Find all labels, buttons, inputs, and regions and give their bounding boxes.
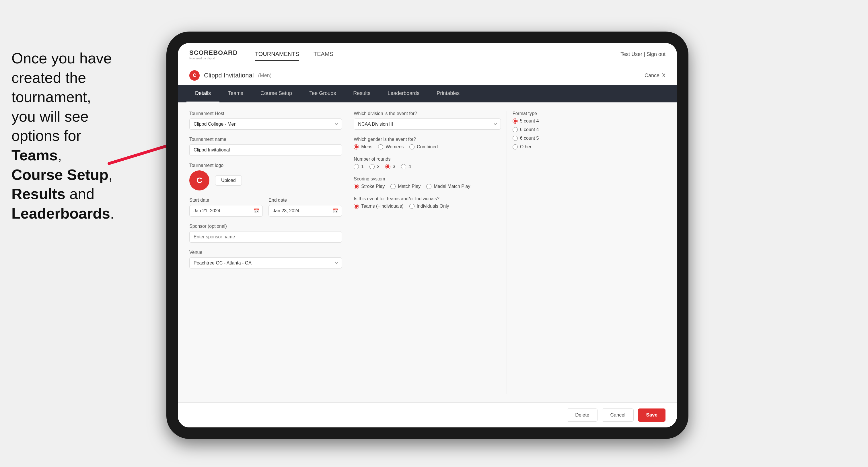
breadcrumb-row: C Clippd Invitational (Men) Cancel X [178, 66, 677, 85]
gender-combined[interactable]: Combined [409, 144, 438, 150]
gender-mens-label: Mens [361, 144, 372, 150]
delete-button[interactable]: Delete [567, 408, 597, 422]
rounds-2-label: 2 [377, 164, 379, 169]
rounds-3[interactable]: 3 [385, 164, 395, 169]
format-other[interactable]: Other [513, 144, 665, 150]
end-date-input[interactable] [269, 205, 342, 217]
scoring-match-play[interactable]: Match Play [391, 184, 421, 189]
cancel-button[interactable]: Cancel [602, 408, 633, 422]
rounds-1-radio[interactable] [354, 164, 359, 169]
tournament-name-input[interactable] [189, 144, 342, 156]
individuals-only-radio[interactable] [409, 204, 414, 209]
sponsor-input[interactable] [189, 231, 342, 243]
scoring-match-play-radio[interactable] [391, 184, 396, 189]
nav-teams[interactable]: TEAMS [313, 48, 333, 61]
format-6count5[interactable]: 6 count 5 [513, 136, 665, 141]
gender-mens-radio[interactable] [354, 144, 359, 150]
tab-results[interactable]: Results [344, 85, 379, 102]
bold-teams: Teams [11, 147, 58, 163]
scoring-group: Scoring system Stroke Play Match Play [354, 177, 500, 189]
action-bar: Delete Cancel Save [178, 402, 677, 428]
logo-text: SCOREBOARD [189, 49, 238, 57]
format-5count4-radio[interactable] [513, 119, 518, 124]
format-6count4-label: 6 count 4 [520, 127, 539, 132]
rounds-1-label: 1 [361, 164, 364, 169]
end-date-label: End date [269, 198, 342, 203]
gender-womens[interactable]: Womens [378, 144, 404, 150]
tournament-name-label: Tournament name [189, 137, 342, 142]
cancel-top-button[interactable]: Cancel X [645, 72, 665, 79]
tournament-host-select[interactable]: Clippd College - Men [189, 119, 342, 130]
left-text-block: Once you have created the tournament, yo… [0, 40, 132, 232]
rounds-4[interactable]: 4 [401, 164, 411, 169]
breadcrumb-icon: C [189, 70, 199, 81]
form-column-3: Format type 5 count 4 6 count 4 [507, 111, 665, 394]
rounds-1[interactable]: 1 [354, 164, 364, 169]
gender-radio-group: Mens Womens Combined [354, 144, 500, 150]
venue-select[interactable]: Peachtree GC - Atlanta - GA [189, 257, 342, 269]
format-6count4[interactable]: 6 count 4 [513, 127, 665, 132]
sponsor-label: Sponsor (optional) [189, 224, 342, 229]
tab-teams[interactable]: Teams [219, 85, 252, 102]
rounds-3-radio[interactable] [385, 164, 391, 169]
format-radio-group: 5 count 4 6 count 4 6 count 5 [513, 119, 665, 150]
left-text-content: Once you have created the tournament, yo… [11, 50, 114, 222]
format-other-radio[interactable] [513, 144, 518, 150]
user-area[interactable]: Test User | Sign out [620, 51, 665, 57]
format-5count4[interactable]: 5 count 4 [513, 119, 665, 124]
gender-mens[interactable]: Mens [354, 144, 372, 150]
main-content: Tournament Host Clippd College - Men Tou… [178, 102, 677, 428]
division-select[interactable]: NCAA Division III [354, 119, 500, 130]
tab-printables[interactable]: Printables [428, 85, 468, 102]
individuals-only[interactable]: Individuals Only [409, 204, 449, 209]
venue-label: Venue [189, 250, 342, 255]
rounds-2[interactable]: 2 [369, 164, 379, 169]
teams-plus-individuals-radio[interactable] [354, 204, 359, 209]
tournament-name-group: Tournament name [189, 137, 342, 156]
bold-results: Results [11, 186, 65, 202]
tab-course-setup[interactable]: Course Setup [252, 85, 301, 102]
gender-combined-label: Combined [417, 144, 438, 150]
rounds-2-radio[interactable] [369, 164, 375, 169]
teams-radio-group: Teams (+Individuals) Individuals Only [354, 204, 500, 209]
upload-button[interactable]: Upload [215, 175, 242, 186]
rounds-label: Number of rounds [354, 157, 500, 162]
start-date-wrapper: 📅 [189, 205, 263, 217]
scoring-medal-match-play-label: Medal Match Play [434, 184, 470, 189]
format-5count4-label: 5 count 4 [520, 119, 539, 124]
start-date-input[interactable] [189, 205, 263, 217]
scoring-stroke-play[interactable]: Stroke Play [354, 184, 385, 189]
nav-tournaments[interactable]: TOURNAMENTS [255, 48, 299, 61]
top-nav: SCOREBOARD Powered by clippd TOURNAMENTS… [178, 43, 677, 66]
scoring-label: Scoring system [354, 177, 500, 182]
rounds-4-radio[interactable] [401, 164, 406, 169]
tournament-logo-label: Tournament logo [189, 163, 342, 168]
breadcrumb-title: Clippd Invitational [204, 72, 254, 79]
tab-details[interactable]: Details [186, 85, 219, 102]
logo-upload-area: C Upload [189, 170, 342, 190]
scoring-medal-match-play[interactable]: Medal Match Play [426, 184, 470, 189]
tab-leaderboards[interactable]: Leaderboards [379, 85, 428, 102]
form-area: Tournament Host Clippd College - Men Tou… [178, 102, 677, 402]
scoring-medal-match-play-radio[interactable] [426, 184, 431, 189]
division-label: Which division is the event for? [354, 111, 500, 116]
format-6count5-label: 6 count 5 [520, 136, 539, 141]
scoring-match-play-label: Match Play [398, 184, 421, 189]
scoring-stroke-play-label: Stroke Play [361, 184, 385, 189]
logo-area: SCOREBOARD Powered by clippd [189, 49, 238, 60]
save-button[interactable]: Save [638, 408, 665, 422]
individuals-only-label: Individuals Only [417, 204, 449, 209]
format-6count5-radio[interactable] [513, 136, 518, 141]
tablet-screen: SCOREBOARD Powered by clippd TOURNAMENTS… [178, 43, 677, 428]
end-date-wrapper: 📅 [269, 205, 342, 217]
gender-womens-radio[interactable] [378, 144, 383, 150]
form-column-2: Which division is the event for? NCAA Di… [348, 111, 506, 394]
calendar-icon: 📅 [254, 208, 259, 214]
tab-tee-groups[interactable]: Tee Groups [301, 85, 344, 102]
scoring-stroke-play-radio[interactable] [354, 184, 359, 189]
teams-plus-individuals[interactable]: Teams (+Individuals) [354, 204, 403, 209]
gender-combined-radio[interactable] [409, 144, 414, 150]
teams-plus-individuals-label: Teams (+Individuals) [361, 204, 403, 209]
format-type-group: Format type 5 count 4 6 count 4 [513, 111, 665, 150]
format-6count4-radio[interactable] [513, 127, 518, 132]
